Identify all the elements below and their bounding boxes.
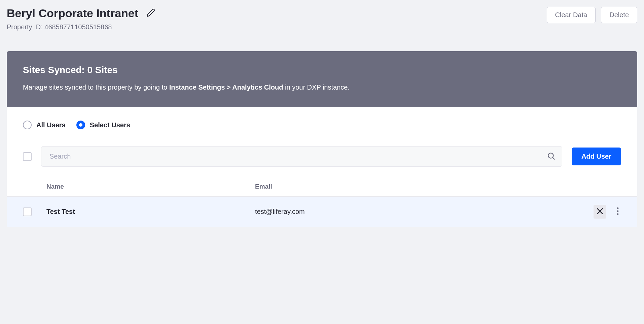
clear-data-button[interactable]: Clear Data	[547, 7, 596, 23]
delete-button[interactable]: Delete	[601, 7, 637, 23]
add-user-button[interactable]: Add User	[572, 148, 621, 165]
select-all-checkbox[interactable]	[23, 152, 32, 161]
svg-point-4	[617, 207, 619, 209]
main-card: Sites Synced: 0 Sites Manage sites synce…	[7, 51, 637, 227]
table-row: Test Test test@liferay.com	[7, 197, 637, 227]
sites-synced-banner: Sites Synced: 0 Sites Manage sites synce…	[7, 51, 637, 107]
radio-icon-selected	[76, 121, 85, 129]
row-actions	[581, 205, 621, 219]
close-icon	[596, 207, 604, 217]
page-title: Beryl Corporate Intranet	[7, 7, 138, 20]
property-id-label: Property ID: 468587711050515868	[7, 23, 156, 31]
users-toolbar: Add User	[7, 146, 637, 177]
row-checkbox[interactable]	[23, 207, 32, 216]
banner-title: Sites Synced: 0 Sites	[23, 65, 621, 75]
title-row: Beryl Corporate Intranet	[7, 7, 156, 20]
search-wrap	[41, 146, 562, 167]
th-email: Email	[255, 183, 581, 190]
header-actions: Clear Data Delete	[547, 7, 637, 23]
radio-select-users[interactable]: Select Users	[76, 121, 130, 129]
table-header: Name Email	[7, 177, 637, 197]
banner-text-pre: Manage sites synced to this property by …	[23, 84, 169, 91]
th-checkbox	[23, 183, 46, 190]
edit-title-button[interactable]	[145, 7, 156, 20]
banner-text-bold: Instance Settings > Analytics Cloud	[169, 84, 283, 91]
radio-select-users-label: Select Users	[90, 121, 130, 129]
pencil-icon	[146, 8, 155, 18]
svg-point-6	[617, 213, 619, 215]
row-name: Test Test	[46, 208, 255, 216]
radio-all-users[interactable]: All Users	[23, 121, 66, 129]
remove-user-button[interactable]	[594, 205, 606, 219]
search-input[interactable]	[41, 146, 562, 167]
header-left: Beryl Corporate Intranet Property ID: 46…	[7, 7, 156, 31]
page-header: Beryl Corporate Intranet Property ID: 46…	[7, 7, 637, 31]
row-email: test@liferay.com	[255, 208, 581, 216]
radio-icon	[23, 121, 32, 129]
row-checkbox-cell	[23, 207, 46, 216]
banner-text-post: in your DXP instance.	[283, 84, 350, 91]
svg-point-5	[617, 210, 619, 212]
th-name: Name	[46, 183, 255, 190]
radio-all-users-label: All Users	[36, 121, 66, 129]
row-kebab-menu[interactable]	[614, 205, 621, 219]
kebab-icon	[616, 207, 619, 217]
user-scope-radio-group: All Users Select Users	[7, 107, 637, 146]
th-actions	[581, 183, 621, 190]
banner-text: Manage sites synced to this property by …	[23, 82, 621, 92]
